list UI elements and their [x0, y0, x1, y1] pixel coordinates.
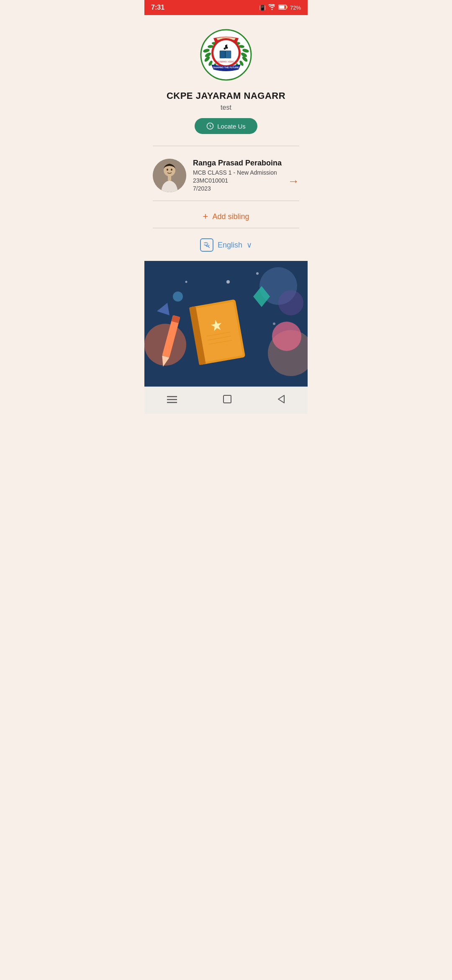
divider-2: [153, 201, 299, 201]
svg-point-32: [171, 169, 172, 171]
svg-point-53: [226, 280, 230, 284]
svg-point-24: [224, 48, 226, 50]
svg-text:GAJUWAKA, VIZAG-26: GAJUWAKA, VIZAG-26: [215, 60, 237, 63]
nav-back-button[interactable]: [269, 393, 293, 408]
vibrate-icon: 📳: [259, 5, 266, 11]
locate-us-button[interactable]: Locate Us: [195, 118, 257, 134]
divider-1: [153, 146, 299, 146]
battery-text: 72%: [290, 5, 301, 11]
school-logo: SHAPING THE FUTURE GAJUWAKA, VIZAG-26: [199, 28, 253, 82]
svg-point-31: [167, 169, 168, 171]
student-info: Ranga Prasad Peraboina MCB CLASS 1 - New…: [193, 159, 299, 192]
status-time: 7:31: [151, 4, 164, 11]
svg-point-55: [273, 322, 275, 325]
student-id: 23MC010001: [193, 177, 299, 184]
student-year: 7/2023: [193, 185, 299, 192]
svg-point-25: [226, 47, 228, 49]
locate-btn-label: Locate Us: [217, 123, 246, 130]
add-sibling-button[interactable]: + Add sibling: [153, 205, 299, 228]
student-class: MCB CLASS 1 - New Admission: [193, 169, 299, 176]
main-content: SHAPING THE FUTURE GAJUWAKA, VIZAG-26 CK…: [144, 15, 308, 261]
svg-point-50: [272, 322, 301, 351]
svg-text:SHAPING THE FUTURE: SHAPING THE FUTURE: [213, 66, 239, 69]
language-selector[interactable]: English ∨: [153, 233, 299, 257]
svg-rect-21: [220, 51, 225, 58]
svg-point-36: [278, 290, 303, 315]
student-detail-arrow[interactable]: →: [288, 175, 299, 188]
svg-point-52: [173, 291, 183, 302]
language-label: English: [218, 241, 242, 250]
svg-point-56: [185, 281, 187, 283]
translate-icon: [200, 238, 213, 252]
banner-section: [144, 261, 308, 387]
school-name: CKPE JAYARAM NAGARR: [167, 90, 285, 101]
svg-rect-60: [223, 395, 231, 403]
battery-indicator: ⚡: [278, 5, 288, 11]
add-sibling-label: Add sibling: [212, 212, 249, 221]
student-name: Ranga Prasad Peraboina: [193, 159, 299, 168]
status-icons: 📳 ⚡ 72%: [259, 4, 301, 11]
chevron-down-icon: ∨: [247, 240, 252, 250]
svg-text:⚡: ⚡: [285, 6, 288, 9]
nav-menu-button[interactable]: [159, 393, 185, 407]
divider-3: [153, 228, 299, 228]
student-card: Ranga Prasad Peraboina MCB CLASS 1 - New…: [153, 155, 299, 196]
nav-home-button[interactable]: [214, 393, 240, 408]
student-avatar: [153, 159, 186, 192]
svg-marker-61: [278, 395, 284, 403]
plus-icon: +: [203, 211, 208, 222]
svg-point-54: [256, 272, 259, 275]
arrow-right-icon: →: [288, 175, 299, 188]
svg-rect-33: [168, 175, 171, 181]
school-subtitle: test: [221, 104, 231, 111]
wifi-icon: [268, 4, 276, 11]
svg-rect-1: [279, 5, 284, 8]
status-bar: 7:31 📳 ⚡ 72%: [144, 0, 308, 15]
nav-bar: [144, 387, 308, 414]
svg-rect-22: [226, 51, 231, 58]
